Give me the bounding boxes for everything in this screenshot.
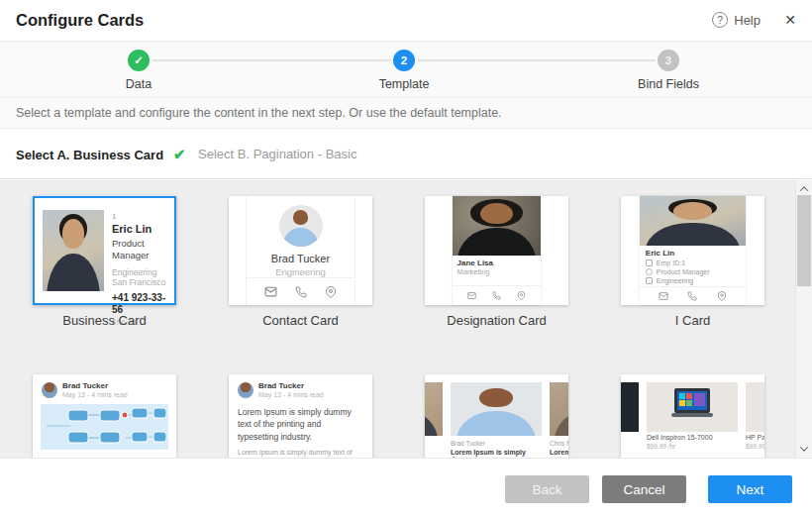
template-grid: 1 Eric Lin Product Manager Engineering S…: [0, 180, 795, 458]
dialog-header: Configure Cards ? Help ✕: [0, 0, 812, 42]
scrollbar-down-arrow[interactable]: [796, 442, 812, 456]
help-label: Help: [734, 13, 761, 28]
instruction-text: Select a template and configure the cont…: [0, 99, 812, 129]
mail-icon[interactable]: [659, 291, 668, 301]
mail-icon[interactable]: [264, 285, 277, 298]
mail-icon[interactable]: [467, 291, 476, 300]
scrollbar-thumb[interactable]: [797, 195, 811, 286]
selector-b-pagination-basic[interactable]: Select B. Pagination - Basic: [198, 147, 356, 161]
contact-actions: [640, 286, 746, 305]
carousel-item-center: Brad Tucker Lorem Ipsum is simply dummy …: [451, 382, 542, 458]
record-index: 1: [112, 212, 166, 222]
carousel-title: Lorem Ipsum is simply dummy: [451, 449, 542, 458]
template-card-people-carousel[interactable]: dummy mmy text of the Brad Tucker Lorem …: [425, 374, 568, 458]
location-icon[interactable]: [517, 291, 526, 300]
step-connector: [152, 59, 391, 61]
eric-lin-photo: [640, 196, 746, 246]
check-icon: ✔: [173, 146, 186, 163]
contact-actions: [247, 277, 354, 305]
page-title: Configure Cards: [16, 11, 144, 30]
cancel-button[interactable]: Cancel: [602, 475, 686, 503]
brad-tucker-avatar: [279, 205, 323, 247]
close-icon[interactable]: ✕: [784, 12, 796, 28]
author-avatar: [238, 382, 254, 398]
laptop-image: [647, 382, 738, 432]
flowchart-image: [41, 404, 168, 450]
carousel-item-left: dummy mmy text of the: [425, 382, 443, 458]
back-button[interactable]: Back: [505, 475, 589, 503]
department-icon: [646, 277, 653, 284]
vertical-scrollbar[interactable]: [795, 180, 812, 458]
carousel-item-center: Dell Inspiron 15-7000 $99.99 /hr 50 Avai…: [647, 382, 738, 458]
step-data-label: Data: [79, 77, 198, 91]
phone-icon[interactable]: [687, 291, 697, 301]
product-name: Dell Inspiron 15-7000: [647, 434, 738, 441]
scrollbar-up-arrow[interactable]: [796, 182, 812, 196]
step-data-circle[interactable]: ✓: [128, 50, 150, 71]
person-name: Jane Lisa: [453, 256, 542, 267]
template-label-designation: Designation Card: [425, 313, 568, 328]
person-name: Brad Tucker: [271, 253, 330, 264]
template-label-contact: Contact Card: [229, 313, 372, 328]
person-department: Engineering: [112, 267, 166, 278]
template-card-designation[interactable]: Jane Lisa Marketing: [425, 196, 568, 305]
phone-icon[interactable]: [295, 286, 307, 298]
product-rate: $99.99 /hr: [647, 443, 738, 450]
template-card-feed-text[interactable]: Brad Tucker May 13 - 4 mins read Lorem I…: [229, 374, 372, 458]
person-department: Engineering: [657, 277, 693, 284]
laptop-image-partial: [746, 382, 764, 432]
person-emp-id: Emp ID:1: [657, 260, 685, 266]
person-title: Product Manager: [657, 268, 710, 275]
eric-lin-photo: [43, 210, 104, 291]
person-department: Marketing: [453, 267, 542, 276]
carousel-author: Brad Tucker: [451, 440, 542, 447]
feed-meta: May 13 - 4 mins read: [258, 391, 324, 399]
selector-row: Select A. Business Card ✔ Select B. Pagi…: [0, 129, 812, 179]
person-name: Eric Lin: [112, 223, 166, 237]
help-icon: ?: [712, 12, 728, 28]
carousel-author: Chris Madison: [550, 440, 568, 447]
badge-icon: [646, 260, 653, 266]
jane-lisa-photo: [453, 196, 542, 256]
template-card-contact[interactable]: Brad Tucker Engineering: [229, 196, 372, 305]
person-city: San Francisco: [112, 277, 166, 288]
template-card-product-carousel[interactable]: Dell Inspiron 15-7000 $99.99 /hr 50 Avai…: [621, 374, 764, 458]
template-card-feed-diagram[interactable]: Brad Tucker May 13 - 4 mins read Lorem I…: [33, 374, 176, 458]
carousel-item-right: Chris Madison Lorem Ipsum is a Lorem Ips…: [550, 382, 568, 458]
wizard-stepper: ✓ Data 2 Template 3 Bind Fields: [0, 42, 812, 98]
selector-a-label: Select A. Business Card: [16, 148, 163, 162]
feed-author: Brad Tucker: [258, 381, 324, 391]
next-button[interactable]: Next: [708, 475, 792, 503]
dialog-footer: Back Cancel Next: [0, 458, 812, 519]
person-title: Product Manager: [112, 238, 166, 261]
location-icon[interactable]: [325, 286, 337, 298]
feed-author: Brad Tucker: [62, 381, 128, 391]
contact-actions: [453, 285, 542, 305]
step-connector: [418, 59, 656, 61]
product-name: HP Pavil: [746, 434, 764, 441]
role-icon: [646, 268, 653, 275]
product-rate: $99.99: [746, 443, 764, 450]
carousel-item-right: HP Pavil $99.99 50 Avail: [746, 382, 764, 458]
feed-meta: May 13 - 4 mins read: [62, 391, 128, 399]
step-bind-fields-label: Bind Fields: [609, 77, 728, 91]
step-template-circle[interactable]: 2: [393, 50, 415, 71]
location-icon[interactable]: [717, 291, 727, 301]
selector-a-business-card[interactable]: Select A. Business Card ✔: [16, 146, 186, 163]
feed-excerpt: Lorem Ipsum is simply dummy text of the …: [33, 450, 176, 458]
carousel-title: dummy: [425, 449, 443, 456]
carousel-title: Lorem Ipsum is a: [550, 449, 568, 456]
template-label-i-card: I Card: [621, 313, 764, 328]
feed-lead: Lorem Ipsum is simply dummy text of the …: [229, 403, 372, 443]
template-card-business[interactable]: 1 Eric Lin Product Manager Engineering S…: [33, 196, 176, 305]
feed-body: Lorem Ipsum is simply dummy text of the …: [229, 443, 372, 458]
product-image-partial-left: [621, 382, 639, 432]
author-avatar: [42, 382, 57, 398]
help-button[interactable]: ? Help: [712, 12, 761, 28]
person-department: Engineering: [275, 266, 326, 277]
phone-icon[interactable]: [492, 291, 501, 300]
template-card-i-card[interactable]: Eric Lin Emp ID:1 Product Manager Engine…: [621, 196, 764, 305]
person-name: Eric Lin: [640, 246, 746, 259]
step-bind-fields-circle[interactable]: 3: [658, 50, 679, 71]
step-template-label: Template: [345, 77, 463, 91]
